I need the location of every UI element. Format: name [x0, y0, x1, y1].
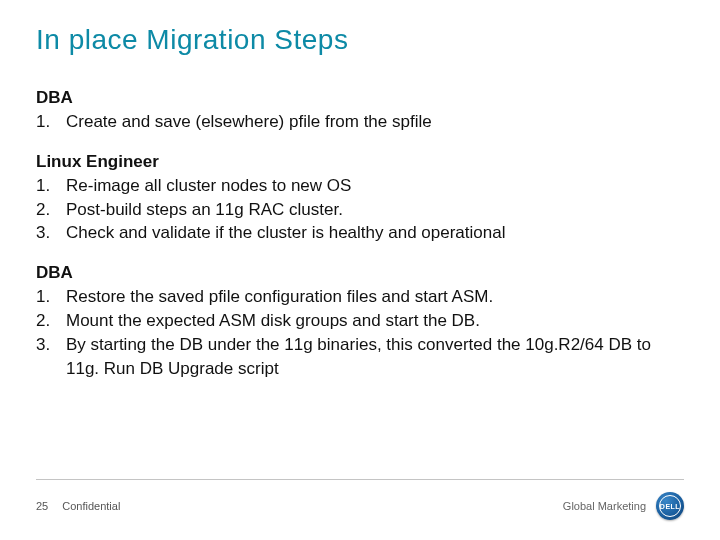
footer-left: 25 Confidential	[36, 500, 120, 512]
list-number: 1.	[36, 174, 66, 198]
list-number: 1.	[36, 110, 66, 134]
list-number: 2.	[36, 198, 66, 222]
list-number: 2.	[36, 309, 66, 333]
slide-title: In place Migration Steps	[36, 24, 684, 56]
section-dba-2: DBA 1. Restore the saved pfile configura…	[36, 263, 684, 380]
section-heading: Linux Engineer	[36, 152, 684, 172]
step-list: 1. Re-image all cluster nodes to new OS …	[36, 174, 684, 245]
footer-right: Global Marketing DELL	[563, 492, 684, 520]
page-number: 25	[36, 500, 48, 512]
list-text: Mount the expected ASM disk groups and s…	[66, 309, 684, 333]
list-text: Restore the saved pfile configuration fi…	[66, 285, 684, 309]
footer-row: 25 Confidential Global Marketing DELL	[36, 492, 684, 520]
list-item: 1. Restore the saved pfile configuration…	[36, 285, 684, 309]
list-item: 3. By starting the DB under the 11g bina…	[36, 333, 684, 381]
slide-footer: 25 Confidential Global Marketing DELL	[36, 479, 684, 520]
section-linux-engineer: Linux Engineer 1. Re-image all cluster n…	[36, 152, 684, 245]
confidential-label: Confidential	[62, 500, 120, 512]
list-item: 2. Post-build steps an 11g RAC cluster.	[36, 198, 684, 222]
slide: In place Migration Steps DBA 1. Create a…	[0, 0, 720, 540]
list-text: By starting the DB under the 11g binarie…	[66, 333, 684, 381]
list-number: 1.	[36, 285, 66, 309]
step-list: 1. Restore the saved pfile configuration…	[36, 285, 684, 380]
section-heading: DBA	[36, 263, 684, 283]
step-list: 1. Create and save (elsewhere) pfile fro…	[36, 110, 684, 134]
list-item: 1. Re-image all cluster nodes to new OS	[36, 174, 684, 198]
list-item: 2. Mount the expected ASM disk groups an…	[36, 309, 684, 333]
dell-logo-icon: DELL	[656, 492, 684, 520]
list-item: 3. Check and validate if the cluster is …	[36, 221, 684, 245]
section-dba-1: DBA 1. Create and save (elsewhere) pfile…	[36, 88, 684, 134]
list-text: Post-build steps an 11g RAC cluster.	[66, 198, 684, 222]
list-text: Check and validate if the cluster is hea…	[66, 221, 684, 245]
global-marketing-label: Global Marketing	[563, 500, 646, 512]
list-text: Re-image all cluster nodes to new OS	[66, 174, 684, 198]
list-number: 3.	[36, 333, 66, 381]
list-text: Create and save (elsewhere) pfile from t…	[66, 110, 684, 134]
footer-divider	[36, 479, 684, 480]
dell-logo-text: DELL	[659, 495, 681, 517]
list-number: 3.	[36, 221, 66, 245]
section-heading: DBA	[36, 88, 684, 108]
list-item: 1. Create and save (elsewhere) pfile fro…	[36, 110, 684, 134]
